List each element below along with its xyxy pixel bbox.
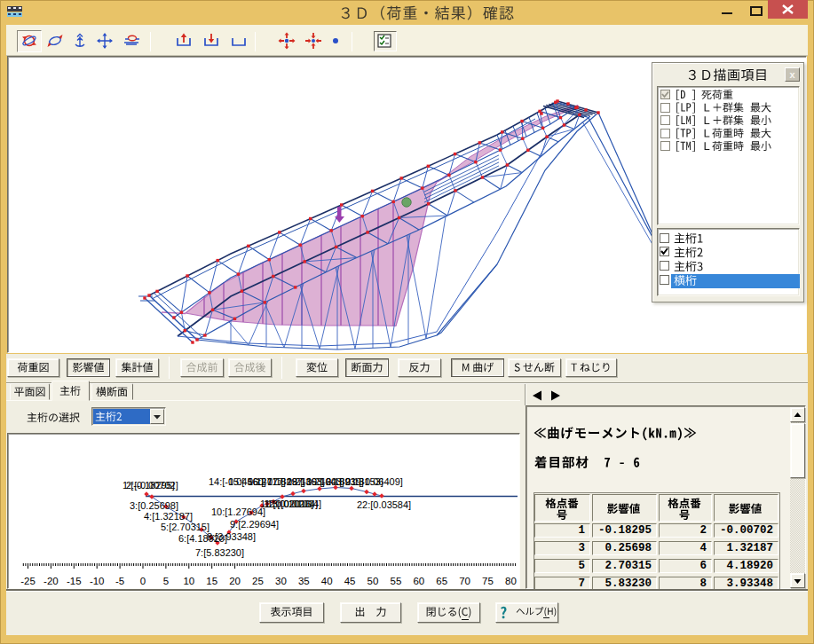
- svg-text:-15: -15: [67, 576, 82, 586]
- svg-text:5:[2.70315]: 5:[2.70315]: [161, 522, 209, 532]
- svg-text:4:[1.32187]: 4:[1.32187]: [144, 511, 193, 522]
- svg-text:55: 55: [391, 576, 402, 586]
- svg-text:45: 45: [344, 576, 356, 586]
- svg-text:10: 10: [183, 576, 194, 586]
- svg-text:-25: -25: [20, 576, 36, 586]
- svg-text:35: 35: [298, 576, 310, 586]
- svg-text:75: 75: [482, 576, 494, 586]
- svg-text:40: 40: [321, 576, 333, 586]
- svg-text:13:[0.01014]: 13:[0.01014]: [267, 499, 321, 509]
- svg-text:-20: -20: [43, 576, 59, 586]
- svg-text:65: 65: [436, 576, 447, 586]
- svg-text:2:[-0.00702]: 2:[-0.00702]: [126, 480, 178, 491]
- svg-text:5: 5: [163, 576, 169, 586]
- svg-text:9:[2.29694]: 9:[2.29694]: [230, 519, 279, 530]
- svg-text:60: 60: [413, 576, 424, 586]
- svg-text:7:[5.83230]: 7:[5.83230]: [195, 547, 244, 558]
- svg-text:80: 80: [505, 576, 517, 586]
- svg-text:30: 30: [275, 576, 287, 586]
- svg-text:-5: -5: [115, 576, 124, 586]
- svg-text:20: 20: [229, 576, 241, 586]
- svg-text:15: 15: [206, 576, 217, 586]
- svg-text:0: 0: [140, 576, 146, 586]
- svg-text:-10: -10: [90, 576, 105, 586]
- svg-text:70: 70: [459, 576, 470, 586]
- svg-text:10:[1.27694]: 10:[1.27694]: [211, 507, 265, 517]
- svg-text:50: 50: [367, 576, 379, 586]
- svg-text:8:[3.93348]: 8:[3.93348]: [207, 531, 256, 542]
- svg-text:21:[-0.06409]: 21:[-0.06409]: [345, 476, 403, 487]
- svg-text:25: 25: [252, 576, 264, 586]
- svg-text:3:[0.25698]: 3:[0.25698]: [130, 500, 178, 511]
- svg-text:22:[0.03584]: 22:[0.03584]: [357, 499, 411, 510]
